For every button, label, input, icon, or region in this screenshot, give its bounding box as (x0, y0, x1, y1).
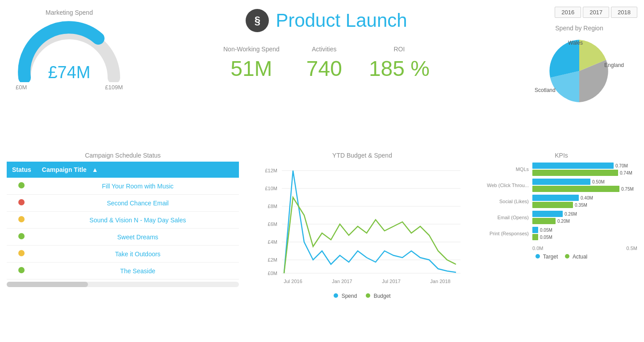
svg-text:Jul 2017: Jul 2017 (382, 279, 401, 284)
actual-bar-track: 0.74M (532, 170, 637, 176)
campaign-section-title: Campaign Schedule Status (7, 152, 239, 159)
target-value: 0.70M (615, 163, 628, 168)
actual-bar (532, 186, 619, 192)
kpi-non-working-spend: Non-Working Spend 51M (223, 46, 280, 81)
actual-bar-track: 0.20M (532, 218, 637, 224)
status-dot (18, 250, 25, 256)
region-label-england: England (604, 62, 624, 68)
center-kpi: § Product Launch Non-Working Spend 51M A… (136, 4, 517, 81)
budget-dot (366, 293, 370, 298)
campaign-title-cell: Take it Outdoors (37, 246, 239, 263)
actual-bar (532, 234, 538, 240)
table-row[interactable]: Fill Your Room with Music (7, 178, 239, 195)
actual-dot (565, 254, 569, 259)
target-dot (535, 254, 540, 259)
campaign-title-cell: The Seaside (37, 263, 239, 279)
gauge-title: Marketing Spend (46, 9, 93, 16)
gauge-value: £74M (48, 63, 90, 82)
product-icon: § (246, 9, 269, 32)
kpi-activities: Activities 740 (306, 46, 342, 81)
table-row[interactable]: Take it Outdoors (7, 246, 239, 263)
bars-group: 0.70M 0.74M (532, 163, 637, 176)
bars-group: 0.50M 0.75M (532, 179, 637, 192)
product-launch-header: § Product Launch (246, 9, 407, 32)
svg-text:Jan 2017: Jan 2017 (332, 279, 352, 284)
actual-value: 0.20M (557, 219, 570, 224)
kpi-roi-value: 185 % (369, 56, 430, 81)
campaign-table: Status Campaign Title ▲ Fill Your Room w… (7, 162, 239, 279)
bar-label: MQLs (485, 167, 532, 172)
spend-dot (334, 293, 338, 298)
campaign-title-cell: Sweet Dreams (37, 229, 239, 246)
target-bar (532, 179, 590, 185)
target-value: 0.50M (592, 179, 605, 184)
bar-chart-container: KPIs MQLs 0.70M 0.74M Web (Click Throu..… (485, 152, 637, 338)
year-btn-2016[interactable]: 2016 (555, 7, 581, 18)
bar-row: MQLs 0.70M 0.74M (485, 163, 637, 176)
actual-bar (532, 202, 573, 208)
status-cell (7, 246, 37, 263)
svg-text:£12M: £12M (265, 168, 277, 173)
bar-axis: 0.0M 0.5M (485, 246, 637, 251)
bar-row: Print (Responses) 0.05M 0.05M (485, 227, 637, 240)
bars-group: 0.05M 0.05M (532, 227, 637, 240)
svg-text:£8M: £8M (268, 204, 277, 209)
table-row[interactable]: The Seaside (7, 263, 239, 279)
year-buttons: 2016 2017 2018 (555, 7, 637, 18)
region-label-scotland: Scotland (535, 87, 556, 93)
region-title: Spend by Region (555, 25, 603, 32)
actual-bar-track: 0.35M (532, 202, 637, 208)
bar-legend-target: Target (535, 254, 558, 260)
col-header-title: Campaign Title ▲ (37, 162, 239, 178)
status-dot (18, 267, 25, 273)
target-bar (532, 211, 563, 217)
col-header-status: Status (7, 162, 37, 178)
status-cell (7, 263, 37, 279)
year-btn-2018[interactable]: 2018 (611, 7, 637, 18)
line-chart-svg: £12M £10M £8M £6M £4M £2M £0M Jul 2016 J… (259, 162, 465, 291)
kpi-non-working-value: 51M (230, 56, 272, 81)
svg-text:£2M: £2M (268, 257, 277, 263)
horizontal-scrollbar[interactable] (7, 282, 239, 287)
status-dot (18, 216, 25, 222)
line-chart-title: YTD Budget & Spend (332, 152, 392, 159)
year-btn-2017[interactable]: 2017 (583, 7, 609, 18)
actual-value: 0.74M (620, 171, 632, 175)
target-value: 0.26M (565, 212, 577, 217)
svg-text:£6M: £6M (268, 221, 277, 227)
table-row[interactable]: Sweet Dreams (7, 229, 239, 246)
product-title: Product Launch (276, 10, 407, 31)
actual-value: 0.75M (621, 187, 634, 192)
legend-spend: Spend (334, 293, 357, 299)
bottom-section: Campaign Schedule Status Status Campaign… (7, 152, 637, 338)
gauge-max: £109M (105, 84, 123, 91)
kpi-metrics: Non-Working Spend 51M Activities 740 ROI… (223, 46, 430, 81)
bar-row: Social (Likes) 0.40M 0.35M (485, 195, 637, 208)
target-bar (532, 195, 579, 201)
legend-budget: Budget (366, 293, 390, 299)
actual-bar-track: 0.05M (532, 234, 637, 240)
scrollbar-thumb (7, 282, 88, 287)
kpi-activities-value: 740 (306, 56, 342, 81)
target-bar-track: 0.40M (532, 195, 637, 201)
campaign-table-container: Campaign Schedule Status Status Campaign… (7, 152, 239, 338)
kpi-activities-label: Activities (312, 46, 336, 53)
right-panel: 2016 2017 2018 Spend by Region (521, 4, 637, 107)
svg-text:£10M: £10M (265, 186, 277, 191)
table-row[interactable]: Sound & Vision N - May Day Sales (7, 212, 239, 229)
actual-value: 0.35M (575, 203, 587, 208)
bar-label: Web (Click Throu... (485, 183, 532, 188)
target-bar-track: 0.05M (532, 227, 637, 233)
actual-bar (532, 218, 556, 224)
table-row[interactable]: Second Chance Email (7, 195, 239, 212)
bar-chart-rows: MQLs 0.70M 0.74M Web (Click Throu... 0.5… (485, 163, 637, 243)
dashboard: Marketing Spend £74M £0M £109M § Product… (0, 0, 644, 342)
target-bar-track: 0.50M (532, 179, 637, 185)
bar-label: Email (Opens) (485, 215, 532, 220)
campaign-title-cell: Sound & Vision N - May Day Sales (37, 212, 239, 229)
region-label-wales: Wales (568, 40, 583, 46)
status-cell (7, 212, 37, 229)
status-cell (7, 195, 37, 212)
target-bar-track: 0.70M (532, 163, 637, 169)
gauge-container: Marketing Spend £74M £0M £109M (7, 4, 132, 91)
